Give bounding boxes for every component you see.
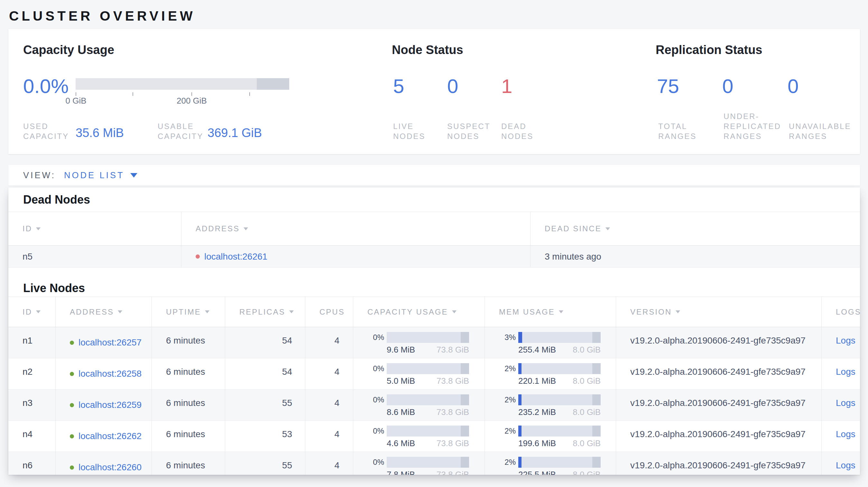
live-node-address-link[interactable]: localhost:26262 bbox=[79, 431, 142, 441]
live-col-cpus[interactable]: CPUS bbox=[305, 297, 353, 327]
live-node-version: v19.2.0-alpha.20190606-2491-gfe735c9a97 bbox=[616, 452, 822, 475]
sort-caret-icon bbox=[452, 311, 457, 313]
capacity-used-value: 5.0 MiB bbox=[387, 376, 415, 386]
dead-nodes-header-row: ID ADDRESS DEAD SINCE bbox=[8, 212, 860, 246]
mem-mini-bar bbox=[518, 426, 601, 436]
live-node-id: n4 bbox=[8, 421, 55, 452]
capacity-mini-bar bbox=[387, 394, 469, 405]
live-node-address-cell: localhost:26258 bbox=[55, 358, 152, 389]
live-node-row: n3 localhost:26259 6 minutes 55 4 0% 8.6… bbox=[8, 390, 860, 421]
sort-caret-icon bbox=[36, 227, 40, 230]
live-nodes-count: 5 bbox=[393, 76, 404, 97]
live-col-address[interactable]: ADDRESS bbox=[55, 297, 152, 327]
dead-node-address-link[interactable]: localhost:26261 bbox=[204, 252, 267, 262]
capacity-bar-peak bbox=[461, 457, 469, 468]
live-node-logs-cell: Logs bbox=[822, 358, 860, 389]
live-col-uptime[interactable]: UPTIME bbox=[152, 297, 225, 327]
dead-col-address[interactable]: ADDRESS bbox=[181, 212, 530, 246]
suspect-nodes-label: SUSPECT NODES bbox=[447, 121, 490, 141]
live-node-cpus: 4 bbox=[305, 327, 353, 358]
live-col-id[interactable]: ID bbox=[8, 297, 55, 327]
unavailable-ranges-count: 0 bbox=[787, 76, 799, 97]
live-col-version[interactable]: VERSION bbox=[616, 297, 822, 327]
live-status-dot-icon bbox=[70, 372, 74, 376]
nodes-panel: Dead Nodes ID ADDRESS DEAD SINCE n5 loca… bbox=[8, 188, 860, 475]
usable-capacity-label: USABLE CAPACITY bbox=[158, 121, 203, 141]
used-capacity-label: USED CAPACITY bbox=[23, 121, 69, 141]
live-node-mem-cell: 2% 199.6 MiB 8.0 GiB bbox=[485, 421, 616, 452]
live-status-dot-icon bbox=[70, 340, 74, 345]
live-node-replicas: 54 bbox=[225, 358, 305, 389]
chevron-down-icon bbox=[130, 173, 137, 177]
dead-nodes-count: 1 bbox=[501, 76, 512, 97]
live-node-address-link[interactable]: localhost:26257 bbox=[79, 337, 142, 348]
sort-caret-icon bbox=[205, 311, 210, 313]
live-node-mem-cell: 2% 225.5 MiB 8.0 GiB bbox=[485, 452, 616, 475]
live-node-row: n6 localhost:26260 6 minutes 55 4 0% 7.8… bbox=[8, 452, 860, 475]
live-status-dot-icon bbox=[70, 403, 74, 407]
sort-caret-icon bbox=[676, 311, 680, 313]
sort-caret-icon bbox=[244, 227, 248, 230]
mem-bar-peak bbox=[592, 426, 601, 436]
live-col-capacity-usage[interactable]: CAPACITY USAGE bbox=[353, 297, 485, 327]
dead-col-id[interactable]: ID bbox=[8, 212, 181, 246]
mem-bar-fill bbox=[518, 426, 522, 436]
logs-link[interactable]: Logs bbox=[836, 367, 856, 377]
live-col-logs[interactable]: LOGS bbox=[822, 297, 860, 327]
gauge-tick bbox=[191, 92, 192, 96]
mem-total-value: 8.0 GiB bbox=[573, 345, 601, 355]
live-col-replicas[interactable]: REPLICAS bbox=[225, 297, 305, 327]
live-node-replicas: 54 bbox=[225, 327, 305, 358]
mem-total-value: 8.0 GiB bbox=[573, 439, 601, 448]
mem-percent-label: 2% bbox=[499, 426, 516, 435]
view-selector-dropdown[interactable]: NODE LIST bbox=[64, 170, 137, 181]
logs-link[interactable]: Logs bbox=[836, 398, 856, 408]
live-node-row: n4 localhost:26262 6 minutes 53 4 0% 4.6… bbox=[8, 421, 860, 452]
mem-percent-label: 2% bbox=[499, 364, 516, 373]
sort-caret-icon bbox=[118, 311, 122, 313]
mem-bar-peak bbox=[592, 394, 601, 405]
logs-link[interactable]: Logs bbox=[836, 335, 856, 346]
capacity-bar-peak bbox=[461, 332, 469, 343]
sort-caret-icon bbox=[559, 311, 563, 313]
live-node-address-link[interactable]: localhost:26259 bbox=[79, 400, 142, 410]
live-node-capacity-cell: 0% 7.8 MiB 73.8 GiB bbox=[353, 452, 485, 475]
under-replicated-ranges-label: UNDER- REPLICATED RANGES bbox=[723, 111, 781, 141]
live-col-logs-label: LOGS bbox=[836, 307, 860, 317]
live-node-uptime: 6 minutes bbox=[152, 358, 225, 389]
live-col-version-label: VERSION bbox=[630, 307, 672, 317]
live-node-address-link[interactable]: localhost:26258 bbox=[79, 369, 142, 379]
live-node-uptime: 6 minutes bbox=[152, 421, 225, 452]
dead-col-address-label: ADDRESS bbox=[196, 224, 240, 233]
mem-used-value: 220.1 MiB bbox=[518, 376, 556, 386]
live-nodes-table: ID ADDRESS UPTIME REPLICAS CPUS CAPACITY… bbox=[8, 297, 860, 475]
capacity-total-value: 73.8 GiB bbox=[437, 376, 469, 386]
capacity-mini-bar bbox=[387, 426, 469, 436]
live-col-mem-usage[interactable]: MEM USAGE bbox=[485, 297, 616, 327]
mem-used-value: 255.4 MiB bbox=[518, 345, 556, 355]
live-node-address-link[interactable]: localhost:26260 bbox=[79, 462, 142, 473]
dead-nodes-heading: Dead Nodes bbox=[23, 193, 90, 206]
live-node-capacity-cell: 0% 5.0 MiB 73.8 GiB bbox=[353, 358, 485, 389]
live-node-replicas: 53 bbox=[225, 421, 305, 452]
live-node-address-cell: localhost:26260 bbox=[55, 452, 152, 475]
dead-node-address-cell: localhost:26261 bbox=[181, 246, 530, 267]
live-col-cpus-label: CPUS bbox=[319, 307, 345, 317]
live-node-capacity-cell: 0% 8.6 MiB 73.8 GiB bbox=[353, 390, 485, 420]
logs-link[interactable]: Logs bbox=[836, 460, 856, 470]
mem-total-value: 8.0 GiB bbox=[573, 407, 601, 417]
live-node-version: v19.2.0-alpha.20190606-2491-gfe735c9a97 bbox=[616, 390, 822, 420]
live-node-mem-cell: 3% 255.4 MiB 8.0 GiB bbox=[485, 327, 616, 358]
node-status-title: Node Status bbox=[392, 43, 463, 57]
mem-percent-label: 2% bbox=[499, 458, 516, 467]
logs-link[interactable]: Logs bbox=[836, 429, 856, 439]
mem-percent-label: 2% bbox=[499, 395, 516, 404]
live-node-address-cell: localhost:26259 bbox=[55, 390, 152, 420]
live-node-capacity-cell: 0% 9.6 MiB 73.8 GiB bbox=[353, 327, 485, 358]
capacity-mini-bar bbox=[387, 457, 469, 468]
usable-capacity-value: 369.1 GiB bbox=[208, 126, 262, 140]
view-bar: VIEW: NODE LIST bbox=[8, 165, 860, 186]
dead-col-dead-since[interactable]: DEAD SINCE bbox=[530, 212, 860, 246]
live-node-id: n6 bbox=[8, 452, 55, 475]
dead-node-id: n5 bbox=[8, 246, 181, 267]
